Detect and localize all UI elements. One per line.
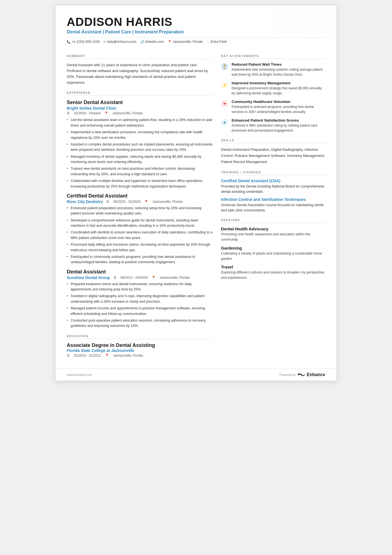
location-value: Jacksonville, Florida (173, 40, 203, 44)
bullet-1-5: Trained new dental assistants on best pr… (67, 166, 213, 177)
job-date-1: 02/2020 - Present (74, 111, 100, 115)
achievement-item-4: ★ Enhanced Patient Satisfaction Scores A… (221, 118, 325, 133)
contact-email: ✉ help@enhancv.com (103, 40, 136, 44)
edu-date-icon: 🗓 (67, 354, 70, 357)
footer-branding: Powered by Enhancv (279, 372, 325, 377)
experience-label: EXPERIENCE (67, 91, 213, 96)
enhancv-logo: Enhancv (297, 372, 325, 377)
achievement-item-1: ⏳ Reduced Patient Wait Times Implemented… (221, 62, 325, 77)
achievement-desc-1: Implemented new scheduling systems cutti… (232, 67, 325, 77)
bullet-1-1: Led the dental assistants team in optimi… (67, 117, 213, 128)
training-desc-2: American Dental Association course focus… (221, 203, 325, 213)
job-meta-3: 🗓 06/2012 - 04/2016 📍 Jacksonville, Flor… (113, 276, 190, 280)
link-icon: 🔗 (140, 40, 144, 44)
achievement-content-1: Reduced Patient Wait Times Implemented n… (232, 62, 325, 77)
education-label: EDUCATION (67, 334, 213, 339)
phone-value: +1-(234)-555-1234 (72, 40, 100, 44)
achievement-title-1: Reduced Patient Wait Times (232, 62, 325, 66)
bullet-2-5: Participated in community outreach progr… (67, 254, 213, 265)
bullet-1-4: Managed inventory of dental supplies, re… (67, 154, 213, 165)
bullet-1-2: Implemented a new sterilization procedur… (67, 130, 213, 140)
job-date-icon-2: 🗓 (106, 200, 110, 204)
edu-degree: Associate Degree in Dental Assisting (67, 342, 213, 348)
job-bullets-2: Enhanced patient preparation processes, … (67, 206, 213, 265)
header-section: ADDISON HARRIS Dental Assistant | Patien… (56, 6, 336, 49)
achievement-content-2: Improved Inventory Management Designed a… (232, 81, 325, 96)
job-meta-2: 🗓 05/2016 - 01/2020 📍 Jacksonville, Flor… (106, 200, 182, 204)
job-location-3: Jacksonville, Florida (160, 276, 190, 280)
passion-desc-2: Cultivating a variety of plants and main… (221, 251, 325, 262)
location-icon: 📍 (168, 40, 172, 44)
skills-text: Dental Instrument Preparation, Digital R… (221, 147, 325, 165)
achievement-desc-4: Achieved a 98% satisfaction rating by re… (232, 123, 325, 133)
bullet-2-3: Coordinated with dentists to ensure seam… (67, 230, 213, 241)
job-bullets-1: Led the dental assistants team in optimi… (67, 117, 213, 189)
right-column: KEY ACHIEVEMENTS ⏳ Reduced Patient Wait … (221, 49, 325, 357)
bullet-1-3: Assisted in complex dental procedures su… (67, 142, 213, 153)
main-columns: SUMMARY Dental Assistant with 11 years o… (56, 49, 336, 368)
resume-wrapper: ADDISON HARRIS Dental Assistant | Patien… (56, 6, 336, 381)
passion-title-1: Dental Health Advocacy (221, 226, 325, 231)
extra-value: Extra Field (211, 40, 227, 44)
contact-extra: ☆ Extra Field (207, 40, 227, 44)
job-location-icon-1: 📍 (104, 111, 108, 115)
training-desc-1: Provided by the Dental Assisting Nationa… (221, 184, 325, 194)
training-title-1: Certified Dental Assistant (CDA) (221, 179, 325, 183)
training-label: TRAINING / COURSES (221, 171, 325, 175)
achievement-icon-4: ★ (221, 119, 228, 126)
job-date-icon-3: 🗓 (113, 276, 117, 280)
passions-label: PASSIONS (221, 218, 325, 223)
company-name-1: Bright Smiles Dental Clinic (67, 106, 213, 110)
bullet-2-2: Developed a comprehensive reference guid… (67, 218, 213, 229)
brand-name: Enhancv (307, 372, 325, 377)
phone-icon: 📞 (67, 40, 71, 44)
footer: www.enhancv.com Powered by Enhancv (56, 369, 336, 381)
contact-bar: 📞 +1-(234)-555-1234 ✉ help@enhancv.com 🔗… (67, 37, 325, 44)
bullet-3-3: Managed patient records and appointments… (67, 306, 213, 317)
bullet-2-4: Processed daily billing and insurance cl… (67, 242, 213, 253)
achievement-desc-3: Participated in outreach programs, provi… (232, 104, 325, 114)
powered-by-text: Powered by (279, 373, 296, 376)
company-name-3: Sunshine Dental Group (67, 275, 110, 280)
left-column: SUMMARY Dental Assistant with 11 years o… (67, 49, 213, 357)
email-icon: ✉ (103, 40, 106, 44)
bullet-3-1: Prepared treatment rooms and dental inst… (67, 282, 213, 292)
email-value: help@enhancv.com (107, 40, 136, 44)
edu-school: Florida State College at Jacksonville (67, 348, 213, 353)
bullet-2-1: Enhanced patient preparation processes, … (67, 206, 213, 216)
job-title-3: Dental Assistant (67, 269, 213, 275)
contact-phone: 📞 +1-(234)-555-1234 (67, 40, 100, 44)
star-contact-icon: ☆ (207, 40, 210, 44)
candidate-title: Dental Assistant | Patient Care | Instru… (67, 29, 325, 34)
passion-desc-3: Exploring different cultures and cuisine… (221, 270, 325, 280)
achievement-icon-1: ⏳ (221, 63, 228, 70)
footer-website: www.enhancv.com (67, 373, 92, 376)
job-date-icon-1: 🗓 (67, 111, 70, 115)
edu-location: Jacksonville, Florida (113, 354, 143, 357)
achievement-title-4: Enhanced Patient Satisfaction Scores (232, 118, 325, 122)
bullet-1-6: Collaborated with multiple dentists and … (67, 178, 213, 189)
job-meta-1: 🗓 02/2020 - Present 📍 Jacksonville, Flor… (67, 111, 213, 115)
edu-date: 01/2010 - 01/2012 (74, 354, 101, 357)
achievement-icon-3: ❤ (221, 100, 228, 107)
achievement-title-2: Improved Inventory Management (232, 81, 325, 85)
contact-linkedin: 🔗 linkedin.com (140, 40, 164, 44)
job-title-2: Certified Dental Assistant (67, 193, 213, 199)
job-date-2: 05/2016 - 01/2020 (113, 200, 140, 204)
achievement-title-3: Community Healthcare Volunteer (232, 100, 325, 104)
job-location-1: Jacksonville, Florida (112, 111, 142, 115)
training-title-2: Infection Control and Sterilization Tech… (221, 197, 325, 202)
passion-desc-1: Promoting oral health awareness and educ… (221, 232, 325, 242)
achievement-icon-2: ⚡ (221, 82, 228, 89)
edu-meta: 🗓 01/2010 - 01/2012 📍 Jacksonville, Flor… (67, 354, 213, 357)
job-date-3: 06/2012 - 04/2016 (121, 276, 148, 280)
linkedin-value: linkedin.com (145, 40, 164, 44)
achievements-label: KEY ACHIEVEMENTS (221, 54, 325, 59)
achievement-content-3: Community Healthcare Volunteer Participa… (232, 100, 325, 114)
job-location-icon-3: 📍 (152, 276, 156, 280)
summary-label: SUMMARY (67, 54, 213, 59)
contact-location: 📍 Jacksonville, Florida (168, 40, 203, 44)
skills-label: SKILLS (221, 139, 325, 143)
company-name-2: River City Dentistry (67, 199, 103, 204)
passion-title-2: Gardening (221, 246, 325, 250)
